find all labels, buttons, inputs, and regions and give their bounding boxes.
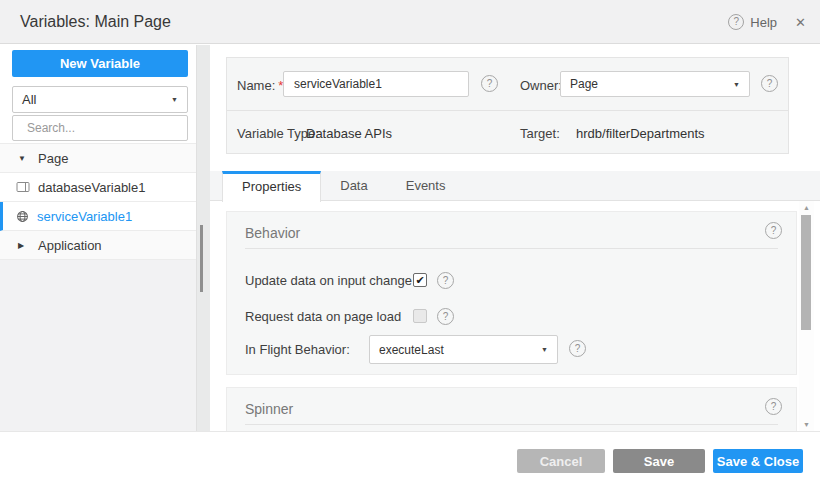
variable-filter-value: All	[22, 92, 36, 107]
chevron-down-icon: ▼	[171, 96, 178, 103]
update-data-label: Update data on input change	[245, 273, 412, 288]
main-scrollbar-thumb[interactable]	[801, 215, 811, 330]
caret-down-icon: ▼	[18, 154, 30, 163]
sidebar-scrollbar[interactable]	[196, 45, 210, 431]
cancel-button[interactable]: Cancel	[517, 449, 605, 473]
variable-type-value: Database APIs	[306, 126, 392, 141]
tab-events[interactable]: Events	[387, 171, 465, 201]
tree-item-page[interactable]: ▼ Page	[0, 144, 196, 173]
name-label: Name:*	[237, 78, 283, 93]
save-and-close-button[interactable]: Save & Close	[713, 449, 803, 473]
property-row: In Flight Behavior: executeLast ▼ ?	[227, 335, 796, 364]
help-icon: ?	[728, 14, 744, 30]
new-variable-button[interactable]: New Variable	[12, 50, 188, 77]
scroll-up-icon[interactable]: ▲	[799, 204, 814, 211]
database-variable-icon	[16, 181, 30, 193]
footer-buttons: Cancel Save Save & Close	[517, 449, 803, 473]
variable-detail-panel: Name:* ? Owner:* Page ▼ ? Variable Type:…	[210, 45, 820, 431]
tree-item-label: Page	[38, 151, 68, 166]
property-row: Update data on input change ✔ ?	[227, 267, 796, 293]
name-help-icon[interactable]: ?	[481, 75, 498, 92]
update-data-help-icon[interactable]: ?	[437, 272, 454, 289]
in-flight-behavior-help-icon[interactable]: ?	[569, 340, 586, 357]
save-button[interactable]: Save	[613, 449, 705, 473]
detail-tab-bar: Properties Data Events	[210, 171, 820, 201]
sidebar-scrollbar-thumb[interactable]	[200, 225, 203, 292]
request-data-checkbox[interactable]: ✔	[413, 309, 427, 323]
tab-data[interactable]: Data	[321, 171, 386, 201]
check-icon: ✔	[414, 274, 426, 286]
request-data-help-icon[interactable]: ?	[437, 308, 454, 325]
search-input[interactable]	[27, 121, 182, 135]
variable-summary-panel: Name:* ? Owner:* Page ▼ ? Variable Type:…	[226, 57, 789, 154]
tree-item-label: serviceVariable1	[37, 209, 132, 224]
tree-item-label: Application	[38, 238, 102, 253]
update-data-checkbox[interactable]: ✔	[413, 273, 427, 287]
owner-select-value: Page	[570, 77, 598, 91]
scroll-down-icon[interactable]: ▼	[799, 421, 814, 428]
name-input[interactable]	[283, 71, 469, 97]
spinner-section-title: Spinner	[245, 401, 293, 417]
tree-empty-area	[0, 260, 196, 431]
search-box	[12, 115, 188, 141]
spinner-section: Spinner ?	[226, 387, 797, 431]
service-variable-icon	[16, 210, 29, 223]
owner-select[interactable]: Page ▼	[560, 71, 750, 97]
help-button[interactable]: ? Help	[728, 14, 777, 30]
tab-properties[interactable]: Properties	[222, 171, 321, 202]
dialog-footer: Cancel Save Save & Close	[0, 431, 820, 487]
variables-tree: ▼ Page databaseVariable1 serviceVariable…	[0, 143, 196, 431]
behavior-section-title: Behavior	[245, 225, 300, 241]
form-divider	[227, 110, 788, 111]
target-label: Target:	[520, 126, 560, 141]
section-divider	[245, 424, 778, 425]
behavior-help-icon[interactable]: ?	[765, 222, 782, 239]
variables-sidebar: New Variable All ▼ ▼ Page databaseVariab…	[0, 45, 196, 431]
tree-item-servicevariable1[interactable]: serviceVariable1	[0, 202, 196, 231]
request-data-label: Request data on page load	[245, 309, 401, 324]
main-scrollbar[interactable]: ▲ ▼	[799, 201, 814, 431]
tree-item-application[interactable]: ▶ Application	[0, 231, 196, 260]
variable-filter-select[interactable]: All ▼	[12, 86, 188, 113]
spinner-help-icon[interactable]: ?	[765, 398, 782, 415]
behavior-section: Behavior ? Update data on input change ✔…	[226, 211, 797, 375]
target-value: hrdb/filterDepartments	[576, 126, 705, 141]
caret-right-icon: ▶	[18, 241, 30, 250]
help-label: Help	[750, 15, 777, 30]
property-row: Request data on page load ✔ ?	[227, 303, 796, 329]
properties-scroll-area: Behavior ? Update data on input change ✔…	[210, 202, 799, 431]
header-actions: ? Help ✕	[728, 0, 806, 44]
chevron-down-icon: ▼	[541, 346, 548, 353]
section-divider	[245, 248, 778, 249]
owner-help-icon[interactable]: ?	[761, 75, 778, 92]
tree-item-label: databaseVariable1	[38, 180, 145, 195]
in-flight-behavior-value: executeLast	[379, 343, 444, 357]
chevron-down-icon: ▼	[733, 81, 740, 88]
page-title: Variables: Main Page	[20, 0, 171, 44]
in-flight-behavior-label: In Flight Behavior:	[245, 342, 350, 357]
in-flight-behavior-select[interactable]: executeLast ▼	[369, 335, 558, 364]
dialog-header: Variables: Main Page ? Help ✕	[0, 0, 820, 44]
tree-item-databasevariable1[interactable]: databaseVariable1	[0, 173, 196, 202]
close-icon[interactable]: ✕	[795, 15, 806, 30]
